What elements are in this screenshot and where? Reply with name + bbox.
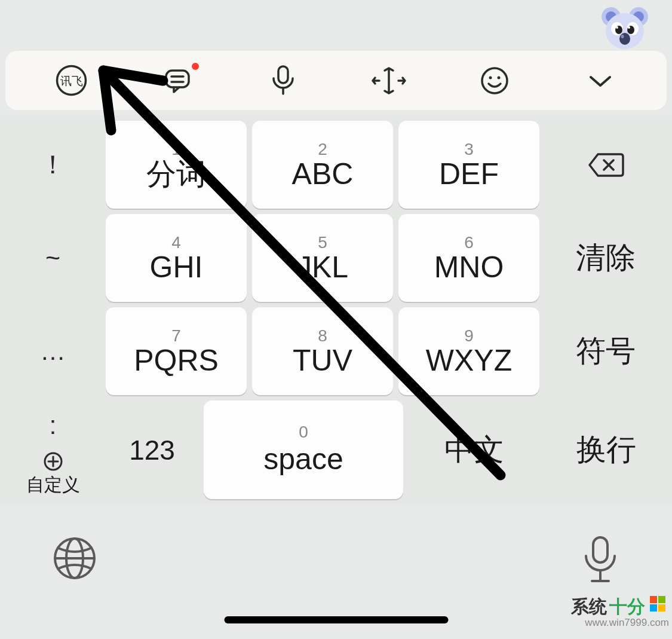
svg-rect-34 [650, 596, 657, 603]
system-dictation-button[interactable] [579, 534, 621, 588]
svg-point-9 [616, 26, 618, 29]
assistant-avatar[interactable] [600, 6, 649, 51]
messages-button[interactable] [124, 51, 230, 110]
svg-point-20 [482, 68, 507, 93]
svg-rect-35 [658, 596, 665, 603]
numeric-switch-key[interactable]: 123 [106, 400, 198, 499]
space-key[interactable]: 0space [204, 400, 403, 499]
ime-logo-button[interactable]: 讯飞 [19, 51, 124, 110]
keyboard-bottom-row: : 自定义 123 0space 中文 换行 [5, 400, 667, 499]
svg-text:www.win7999.com: www.win7999.com [584, 617, 669, 628]
cursor-move-button[interactable] [336, 51, 442, 110]
svg-rect-36 [650, 604, 657, 612]
svg-text:十分: 十分 [609, 597, 645, 616]
key-2-abc[interactable]: 2ABC [252, 121, 393, 209]
keyboard-toolbar: 讯飞 [5, 51, 667, 110]
voice-input-button[interactable] [230, 51, 336, 110]
backspace-key[interactable] [545, 121, 666, 209]
emoji-button[interactable] [442, 51, 548, 110]
key-9-wxyz[interactable]: 9WXYZ [398, 307, 539, 395]
svg-rect-29 [593, 537, 607, 562]
svg-text:系统: 系统 [570, 597, 607, 616]
key-8-tuv[interactable]: 8TUV [252, 307, 393, 395]
svg-point-22 [498, 76, 501, 79]
key-4-ghi[interactable]: 4GHI [106, 214, 247, 302]
clear-key[interactable]: 清除 [545, 214, 666, 302]
svg-rect-18 [278, 66, 288, 83]
key-1-fenci[interactable]: 1分词 [106, 121, 247, 209]
svg-point-21 [489, 76, 492, 79]
key-3-def[interactable]: 3DEF [398, 121, 539, 209]
punct-key-tilde[interactable]: ~ [5, 214, 100, 302]
punct-key-colon[interactable]: : [5, 400, 100, 450]
svg-rect-37 [658, 604, 665, 612]
language-switch-key[interactable]: 中文 [409, 400, 540, 499]
svg-text:讯飞: 讯飞 [60, 75, 83, 87]
left-bottom-stack: : 自定义 [5, 400, 100, 499]
notification-dot-icon [192, 63, 199, 70]
key-5-jkl[interactable]: 5JKL [252, 214, 393, 302]
punct-key-ellipsis[interactable]: … [5, 307, 100, 395]
svg-rect-15 [166, 71, 189, 87]
home-indicator[interactable] [224, 616, 448, 623]
enter-key[interactable]: 换行 [545, 400, 667, 499]
key-7-pqrs[interactable]: 7PQRS [106, 307, 247, 395]
key-6-mno[interactable]: 6MNO [398, 214, 539, 302]
svg-point-10 [628, 26, 630, 29]
punct-key-exclaim[interactable]: ！ [5, 121, 100, 209]
plus-circle-icon [43, 451, 63, 472]
collapse-keyboard-button[interactable] [548, 51, 653, 110]
backspace-icon [587, 152, 624, 178]
customize-button[interactable]: 自定义 [5, 450, 100, 500]
svg-point-12 [621, 35, 624, 38]
watermark: 系统 十分 www.win7999.com [567, 594, 672, 639]
svg-point-11 [619, 33, 630, 45]
globe-keyboard-switch[interactable] [51, 534, 99, 585]
symbols-key[interactable]: 符号 [545, 307, 666, 395]
